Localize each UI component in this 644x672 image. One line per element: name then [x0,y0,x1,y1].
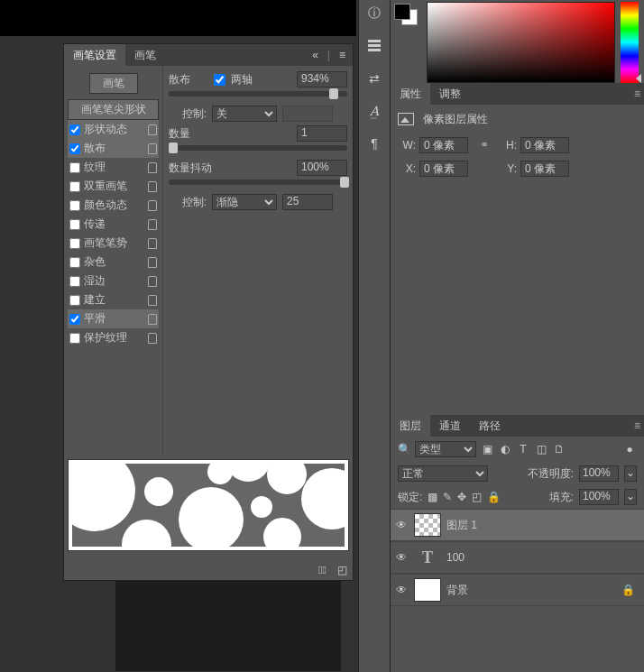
lock-position-icon[interactable]: ✥ [457,491,466,503]
brush-check[interactable] [69,143,80,154]
lock-artboard-icon[interactable]: ◰ [472,491,482,503]
tab-brush-settings[interactable]: 画笔设置 [64,44,125,67]
visibility-icon[interactable]: 👁 [394,551,409,564]
panel-menu-icon[interactable]: ≡ [634,419,640,432]
layer-row[interactable]: 👁 背景 🔒 [391,574,644,606]
visibility-icon[interactable]: 👁 [394,519,409,531]
tab-brush[interactable]: 画笔 [125,44,165,67]
opacity-label: 不透明度: [528,466,574,482]
foreground-swatch[interactable] [394,4,410,20]
visibility-icon[interactable]: 👁 [394,584,409,596]
h-value[interactable]: 0 像素 [520,137,569,153]
control-select-1[interactable]: 关 [212,106,277,122]
control2-value[interactable]: 25 [282,194,333,210]
brush-check[interactable] [69,124,80,135]
brush-item-smoothing[interactable]: 平滑 [68,309,159,328]
brush-check[interactable] [69,257,80,268]
brush-item-texture[interactable]: 纹理 [68,158,159,177]
layer-row[interactable]: 👁 T 100 [391,541,644,574]
brush-item-protect-texture[interactable]: 保护纹理 [68,328,159,347]
lock-image-icon[interactable]: ✎ [443,491,452,503]
brush-item-pose[interactable]: 画笔笔势 [68,234,159,253]
paragraph-icon[interactable]: ¶ [366,135,382,152]
brush-check[interactable] [69,219,80,230]
search-icon[interactable]: 🔍 [398,443,411,456]
layer-name[interactable]: 图层 1 [446,518,477,533]
brush-button[interactable]: 画笔 [89,73,138,94]
tab-adjustments[interactable]: 调整 [430,83,470,106]
brush-item-noise[interactable]: 杂色 [68,253,159,272]
layer-name[interactable]: 100 [446,551,465,564]
count-jitter-slider[interactable] [169,180,347,185]
hue-strip[interactable] [621,2,639,83]
layer-name[interactable]: 背景 [446,583,468,598]
count-jitter-value[interactable]: 100% [297,160,347,176]
filter-type-select[interactable]: 类型 [415,441,476,457]
layer-thumb[interactable]: T [414,546,441,569]
brush-item-dual-brush[interactable]: 双重画笔 [68,177,159,196]
layer-thumb[interactable] [414,513,441,537]
brush-item-wet-edges[interactable]: 湿边 [68,272,159,290]
collapse-icon[interactable]: « [312,49,318,61]
tab-paths[interactable]: 路径 [470,415,510,437]
brush-check[interactable] [69,276,80,287]
brush-item-color-dynamics[interactable]: 颜色动态 [68,196,159,215]
lock-icon [148,257,157,268]
brushes-icon[interactable] [366,38,382,54]
lock-all-icon[interactable]: 🔒 [487,491,501,503]
brush-check[interactable] [69,238,80,249]
brush-check[interactable] [69,314,80,325]
lock-transparency-icon[interactable]: ▩ [428,491,437,503]
brush-check[interactable] [69,162,80,173]
filter-smart-icon[interactable]: 🗋 [552,443,566,456]
link-wh-icon[interactable]: ⚭ [477,137,492,152]
filter-type-icon[interactable]: T [516,443,530,456]
panel-menu-icon[interactable]: ≡ [634,87,640,100]
info-icon[interactable]: ⓘ [366,5,382,22]
both-axes-check[interactable] [214,74,225,86]
brush-item-transfer[interactable]: 传递 [68,215,159,234]
layer-thumb[interactable] [414,578,441,602]
brush-item-shape-dynamics[interactable]: 形状动态 [68,120,159,139]
filter-image-icon[interactable]: ▣ [480,443,494,456]
layer-row[interactable]: 👁 图层 1 [391,509,644,541]
filter-adjust-icon[interactable]: ◐ [498,443,512,456]
filter-toggle-icon[interactable]: ● [622,443,637,456]
toggle-preview-icon[interactable]: 👁⃒ [318,564,327,576]
brush-item-build-up[interactable]: 建立 [68,290,159,309]
tab-properties[interactable]: 属性 [391,83,430,106]
tab-channels[interactable]: 通道 [430,415,470,437]
hue-pointer-icon[interactable] [636,74,641,83]
filter-shape-icon[interactable]: ◫ [534,443,548,456]
color-picker[interactable] [391,0,644,83]
w-value[interactable]: 0 像素 [419,137,468,153]
fill-dropdown-icon[interactable]: ⌄ [624,489,637,505]
panel-menu-icon[interactable]: ≡ [339,49,345,61]
brush-tip-shape[interactable]: 画笔笔尖形状 [68,99,159,120]
fill-value[interactable]: 100% [579,489,619,505]
scatter-value[interactable]: 934% [297,71,347,87]
new-preset-icon[interactable]: ◰ [337,564,347,576]
opacity-value[interactable]: 100% [579,465,619,482]
scatter-slider[interactable] [169,91,347,97]
control-select-2[interactable]: 渐隐 [212,194,277,210]
count-value[interactable]: 1 [297,125,347,142]
tab-layers[interactable]: 图层 [391,415,430,437]
properties-title: 像素图层属性 [423,112,488,127]
h-label: H: [501,139,517,152]
brush-item-scattering[interactable]: 散布 [68,139,159,158]
brush-check[interactable] [69,181,80,192]
brush-check[interactable] [69,333,80,344]
pixel-layer-icon [398,113,414,125]
blend-mode-select[interactable]: 正常 [398,465,488,482]
brush-check[interactable] [69,295,80,306]
character-icon[interactable]: A̲ [366,103,382,119]
lock-icon[interactable]: 🔒 [621,584,635,596]
saturation-brightness-field[interactable] [427,2,615,83]
adjust-icon[interactable]: ⇄ [366,70,382,87]
x-value[interactable]: 0 像素 [419,161,468,177]
brush-check[interactable] [69,200,80,211]
count-slider[interactable] [169,145,347,151]
opacity-dropdown-icon[interactable]: ⌄ [624,465,637,482]
y-value[interactable]: 0 像素 [520,161,569,177]
